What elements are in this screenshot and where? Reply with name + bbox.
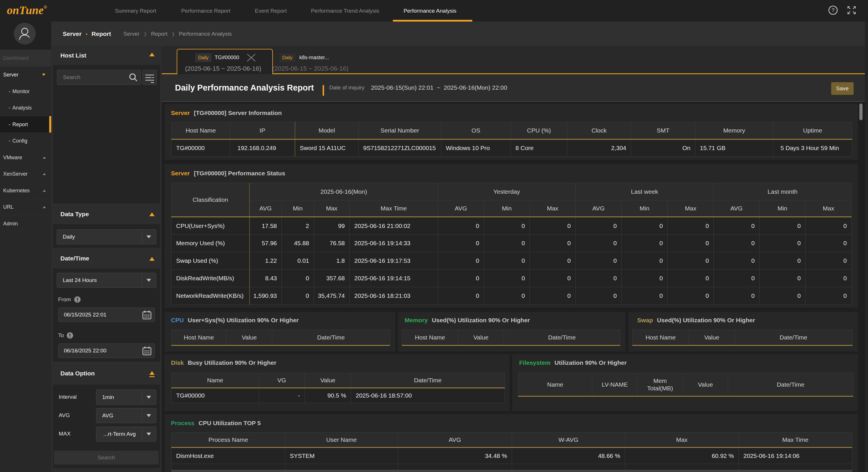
svg-text:?: ? (832, 7, 835, 13)
